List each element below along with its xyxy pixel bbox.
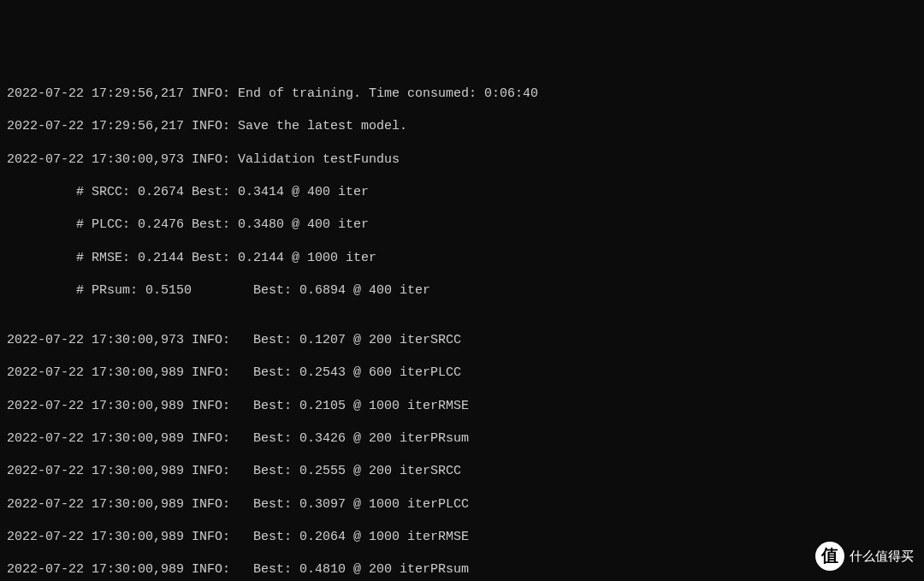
log-line: # RMSE: 0.2144 Best: 0.2144 @ 1000 iter bbox=[7, 250, 917, 266]
watermark-badge-icon: 值 bbox=[815, 542, 844, 571]
log-line: 2022-07-22 17:30:00,989 INFO: Best: 0.20… bbox=[7, 529, 917, 545]
terminal-output: 2022-07-22 17:29:56,217 INFO: End of tra… bbox=[7, 69, 917, 581]
log-line: 2022-07-22 17:30:00,989 INFO: Best: 0.30… bbox=[7, 496, 917, 513]
log-line: 2022-07-22 17:29:56,217 INFO: End of tra… bbox=[7, 86, 917, 102]
log-line: 2022-07-22 17:30:00,989 INFO: Best: 0.25… bbox=[7, 365, 917, 381]
log-line: # PLCC: 0.2476 Best: 0.3480 @ 400 iter bbox=[7, 216, 917, 233]
log-line: # SRCC: 0.2674 Best: 0.3414 @ 400 iter bbox=[7, 184, 917, 200]
log-line: 2022-07-22 17:30:00,973 INFO: Validation… bbox=[7, 151, 917, 168]
log-line: 2022-07-22 17:30:00,989 INFO: Best: 0.48… bbox=[7, 561, 917, 578]
log-line: 2022-07-22 17:30:00,973 INFO: Best: 0.12… bbox=[7, 332, 917, 348]
log-line: 2022-07-22 17:29:56,217 INFO: Save the l… bbox=[7, 118, 917, 134]
watermark: 值 什么值得买 bbox=[815, 542, 914, 571]
log-line: 2022-07-22 17:30:00,989 INFO: Best: 0.21… bbox=[7, 398, 917, 414]
watermark-text: 什么值得买 bbox=[850, 548, 914, 564]
log-line: 2022-07-22 17:30:00,989 INFO: Best: 0.25… bbox=[7, 463, 917, 479]
log-line: # PRsum: 0.5150 Best: 0.6894 @ 400 iter bbox=[7, 282, 917, 299]
log-line: 2022-07-22 17:30:00,989 INFO: Best: 0.34… bbox=[7, 430, 917, 447]
